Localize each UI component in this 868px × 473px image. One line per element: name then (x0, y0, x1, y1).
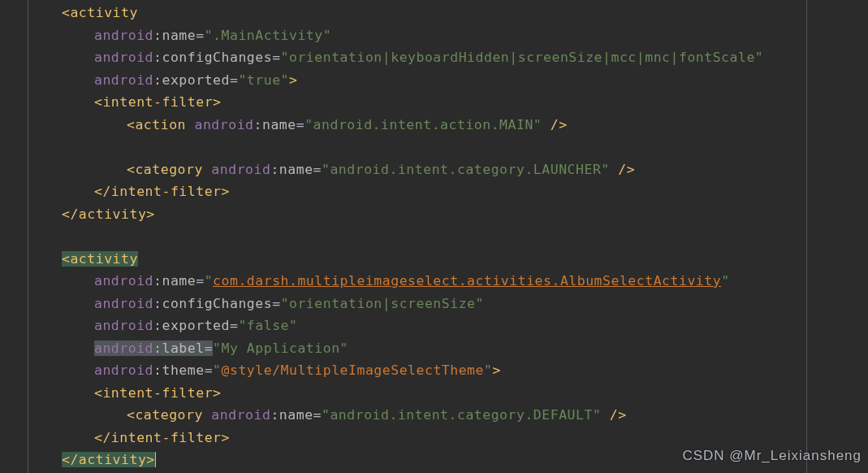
xml-tag-close: > (492, 362, 500, 378)
xml-tag-close: /> (601, 407, 626, 423)
xml-tag: </activity> (62, 452, 155, 467)
watermark-text: CSDN @Mr_Leixiansheng (682, 445, 862, 467)
xml-value: "orientation|keyboardHidden|screenSize|m… (281, 50, 764, 65)
xml-ns: android (94, 50, 153, 65)
xml-eq: = (313, 162, 322, 177)
xml-attr: :name (153, 28, 196, 43)
code-line: <intent-filter> (28, 382, 868, 405)
code-line (28, 136, 868, 158)
xml-ns: android (94, 72, 153, 88)
xml-attr: :theme (153, 362, 205, 378)
xml-ns: android (194, 117, 253, 132)
xml-style-ref: @style/MultipleImageSelectTheme (222, 362, 484, 378)
xml-ns: android (94, 341, 153, 356)
xml-eq: = (230, 72, 238, 88)
xml-tag: < (62, 5, 70, 20)
xml-eq: = (272, 50, 280, 65)
xml-quote: " (205, 273, 213, 289)
xml-attr: :exported (153, 318, 230, 333)
code-line: <activity (28, 2, 868, 24)
xml-ns: android (94, 273, 153, 289)
text-cursor (155, 452, 156, 467)
code-line: android:name=".MainActivity" (28, 24, 868, 47)
editor-right-margin (806, 0, 807, 473)
xml-value: "android.intent.category.DEFAULT" (322, 407, 601, 423)
xml-value: "true" (238, 72, 289, 88)
code-line: <intent-filter> (28, 91, 868, 114)
xml-tag: </intent-filter> (94, 184, 230, 199)
xml-attr: :exported (153, 72, 230, 88)
xml-value: "false" (238, 318, 297, 333)
xml-attr: :name (254, 117, 296, 132)
xml-ns: android (94, 296, 153, 311)
code-line: android:exported="false" (28, 315, 868, 337)
xml-tag: < (62, 251, 70, 267)
code-line: android:configChanges="orientation|scree… (28, 293, 868, 315)
xml-tag: </activity> (62, 206, 155, 222)
xml-ns: android (211, 407, 270, 423)
xml-tag: activity (70, 5, 137, 20)
xml-attr: :name (153, 273, 196, 289)
xml-ns: android (94, 28, 153, 43)
code-line: <activity (28, 248, 868, 271)
code-line: <category android:name="android.intent.c… (28, 158, 868, 181)
xml-value: "My Application" (213, 341, 348, 356)
xml-quote: " (721, 273, 729, 289)
xml-package-ref: com.darsh.multipleimageselect.activities… (213, 273, 721, 289)
code-line: <category android:name="android.intent.c… (28, 404, 868, 427)
code-line: android:theme="@style/MultipleImageSelec… (28, 359, 868, 382)
xml-tag-close: /> (542, 117, 567, 132)
xml-tag: </intent-filter> (94, 430, 230, 445)
xml-tag-close: > (289, 72, 297, 88)
xml-eq: = (196, 28, 204, 43)
code-line: android:exported="true"> (28, 69, 868, 92)
xml-tag: <category (127, 407, 211, 423)
xml-tag: activity (70, 251, 137, 267)
code-line: </activity> (28, 203, 868, 226)
xml-eq: = (272, 296, 280, 311)
code-line: </intent-filter> (28, 180, 868, 203)
xml-tag: <category (127, 162, 211, 177)
xml-quote: " (213, 362, 221, 378)
xml-eq: = (196, 273, 204, 289)
xml-value: ".MainActivity" (205, 28, 332, 43)
xml-attr: :name (270, 162, 313, 177)
xml-eq: = (205, 362, 213, 378)
xml-tag: <intent-filter> (94, 94, 222, 110)
xml-ns: android (211, 162, 270, 177)
code-line: android:name="com.darsh.multipleimagesel… (28, 270, 868, 293)
xml-attr: :configChanges (153, 50, 272, 65)
code-line: android:configChanges="orientation|keybo… (28, 46, 868, 69)
code-line: <action android:name="android.intent.act… (28, 114, 868, 137)
xml-tag: <intent-filter> (94, 385, 222, 401)
xml-attr: :configChanges (153, 296, 272, 311)
xml-tag: <action (127, 117, 194, 132)
xml-attr: :label (153, 341, 205, 356)
xml-eq: = (296, 117, 304, 132)
xml-tag-close: /> (610, 162, 635, 177)
xml-eq: = (205, 341, 213, 356)
xml-eq: = (313, 407, 322, 423)
xml-ns: android (94, 318, 153, 333)
xml-value: "orientation|screenSize" (281, 296, 484, 311)
xml-attr: :name (270, 407, 313, 423)
xml-eq: = (230, 318, 238, 333)
code-editor[interactable]: <activity android:name=".MainActivity" a… (28, 0, 868, 473)
code-line (28, 225, 868, 248)
xml-value: "android.intent.action.MAIN" (304, 117, 542, 132)
xml-ns: android (94, 362, 153, 378)
code-line: android:label="My Application" (28, 337, 868, 360)
xml-quote: " (484, 362, 492, 378)
xml-value: "android.intent.category.LAUNCHER" (322, 162, 610, 177)
